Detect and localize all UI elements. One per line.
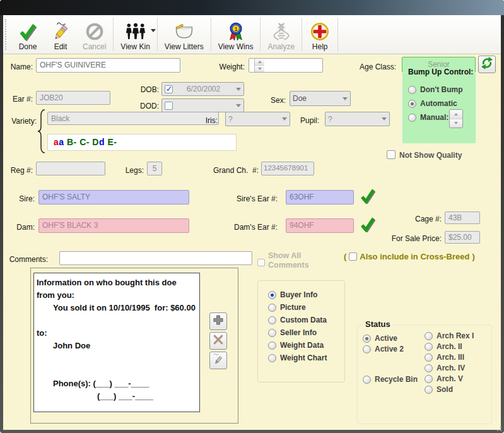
cage-number-input[interactable]: 43B <box>445 211 480 224</box>
dob-checkbox[interactable] <box>165 85 173 93</box>
dod-checkbox[interactable] <box>165 102 173 110</box>
sex-label: Sex: <box>259 96 286 105</box>
ear-number-input[interactable]: JOB20 <box>36 91 110 105</box>
status-option-label: Arch. IV <box>437 364 465 372</box>
reg-number-input[interactable] <box>36 162 105 175</box>
status-option-active[interactable]: Active <box>363 334 418 343</box>
view-option-weight-data[interactable]: Weight Data <box>268 341 327 350</box>
radio-icon[interactable] <box>268 291 276 299</box>
grand-champion-input[interactable]: 12345678901 <box>261 162 314 175</box>
sex-combobox[interactable]: Doe <box>290 91 351 106</box>
toolbar-button-view-litters[interactable]: View Litters <box>159 15 209 54</box>
toolbar-button-cancel: Cancel <box>77 15 112 54</box>
radio-icon[interactable] <box>268 329 276 337</box>
status-option-label: Active <box>375 334 397 343</box>
spin-down-icon[interactable] <box>454 122 458 124</box>
view-options: Buyer InfoPictureCustom DataSeller InfoW… <box>268 290 327 362</box>
toolbar-button-help[interactable]: Help <box>303 15 336 54</box>
view-option-buyer-info[interactable]: Buyer Info <box>268 290 327 299</box>
radio-icon[interactable] <box>268 341 276 350</box>
dropdown-arrow-icon <box>282 117 287 121</box>
resize-grip[interactable] <box>494 424 501 431</box>
radio-icon[interactable] <box>425 343 433 351</box>
pupil-combobox[interactable]: ? <box>325 112 390 126</box>
dams-ear-input[interactable]: 94OHF <box>286 218 354 233</box>
name-input[interactable]: OHF'S GUINIVERE <box>36 58 180 73</box>
status-option-label: Arch. II <box>437 342 462 351</box>
status-option-arch-v[interactable]: Arch. V <box>425 374 474 383</box>
weight-input[interactable] <box>249 58 323 73</box>
view-option-custom-data[interactable]: Custom Data <box>268 316 327 324</box>
toolbar-button-label: View Litters <box>165 42 204 51</box>
not-show-quality-checkbox[interactable] <box>387 150 396 159</box>
svg-text:1: 1 <box>234 26 237 32</box>
dod-combobox[interactable] <box>161 98 244 112</box>
spin-up-icon[interactable] <box>454 113 458 116</box>
edit-pencil-button[interactable] <box>209 352 227 369</box>
radio-icon[interactable] <box>408 100 416 108</box>
for-sale-price-input[interactable]: $25.00 <box>445 231 480 244</box>
status-option-arch-iv[interactable]: Arch. IV <box>425 364 474 372</box>
radio-icon[interactable] <box>425 364 433 372</box>
edit-pencil-icon <box>212 353 225 368</box>
toolbar-button-view-kin[interactable]: View Kin <box>115 15 155 54</box>
dob-combobox[interactable]: 6/20/2002 <box>161 82 244 96</box>
show-all-comments-checkbox[interactable] <box>257 259 265 266</box>
radio-icon[interactable] <box>408 114 416 122</box>
manual-age-spinner[interactable] <box>449 109 463 128</box>
status-option-active-2[interactable]: Active 2 <box>363 345 418 353</box>
radio-icon[interactable] <box>268 354 276 362</box>
status-option-recycle-bin[interactable]: Recycle Bin <box>363 375 418 384</box>
status-option-arch-iii[interactable]: Arch. III <box>425 353 474 362</box>
dod-label: DOD: <box>131 102 159 110</box>
weight-spinner[interactable] <box>254 59 264 72</box>
sex-value: Doe <box>293 94 341 103</box>
sire-input[interactable]: OHF'S SALTY <box>38 190 189 205</box>
toolbar-button-done[interactable]: Done <box>11 15 44 54</box>
radio-icon[interactable] <box>268 304 276 312</box>
status-option-sold[interactable]: Sold <box>425 385 474 394</box>
dropdown-arrow-icon[interactable] <box>151 29 156 32</box>
delete-x-button[interactable] <box>209 332 227 350</box>
toolbar-button-edit[interactable]: Edit <box>44 15 77 54</box>
sires-ear-input[interactable]: 63OHF <box>286 190 354 205</box>
radio-icon[interactable] <box>425 353 433 362</box>
toolbar-button-view-wins[interactable]: 1View Wins <box>213 15 259 54</box>
toolbar-button-label: Edit <box>54 42 67 51</box>
bump-option-automatic[interactable]: Automatic <box>408 99 463 108</box>
cross-breed-checkbox[interactable] <box>349 252 357 261</box>
radio-icon[interactable] <box>425 332 433 340</box>
bump-option-don-t-bump[interactable]: Don't Bump <box>408 85 463 94</box>
view-option-picture[interactable]: Picture <box>268 303 327 312</box>
legs-input[interactable]: 5 <box>147 162 162 175</box>
comments-input[interactable] <box>59 251 252 265</box>
toolbar-separator <box>337 18 338 51</box>
toolbar-separator <box>302 18 302 51</box>
status-option-label: Recycle Bin <box>375 375 418 384</box>
radio-icon[interactable] <box>268 316 276 324</box>
iris-combobox[interactable]: ? <box>225 112 290 126</box>
toolbar-button-label: Analyze <box>267 42 295 51</box>
radio-icon[interactable] <box>408 86 416 94</box>
spin-up-icon[interactable] <box>258 61 262 63</box>
lifebuoy-cross-icon <box>309 21 331 42</box>
radio-icon[interactable] <box>363 376 371 384</box>
radio-icon[interactable] <box>425 375 433 383</box>
recalc-age-button[interactable] <box>478 56 496 73</box>
dam-input[interactable]: OHF'S BLACK 3 <box>38 218 189 233</box>
toolbar-drag-handle-icon[interactable] <box>5 19 9 50</box>
toolbar-button-label: Help <box>312 42 328 51</box>
status-option-arch-rex-i[interactable]: Arch Rex I <box>425 331 474 340</box>
title-bar[interactable]: JOB20: OHF'S GUINIVERE -- Detail Screen <box>0 0 504 15</box>
radio-icon[interactable] <box>363 335 371 343</box>
spin-down-icon[interactable] <box>258 68 262 70</box>
radio-icon[interactable] <box>363 345 371 353</box>
view-option-seller-info[interactable]: Seller Info <box>268 328 327 337</box>
bump-option-label: Automatic <box>420 99 457 108</box>
view-option-weight-chart[interactable]: Weight Chart <box>268 353 327 362</box>
genotype-segment: D <box>92 137 99 147</box>
add-button[interactable] <box>209 312 227 330</box>
status-option-arch-ii[interactable]: Arch. II <box>425 342 474 351</box>
buyer-info-line: (___) ___-____ <box>37 390 197 403</box>
radio-icon[interactable] <box>425 386 433 394</box>
